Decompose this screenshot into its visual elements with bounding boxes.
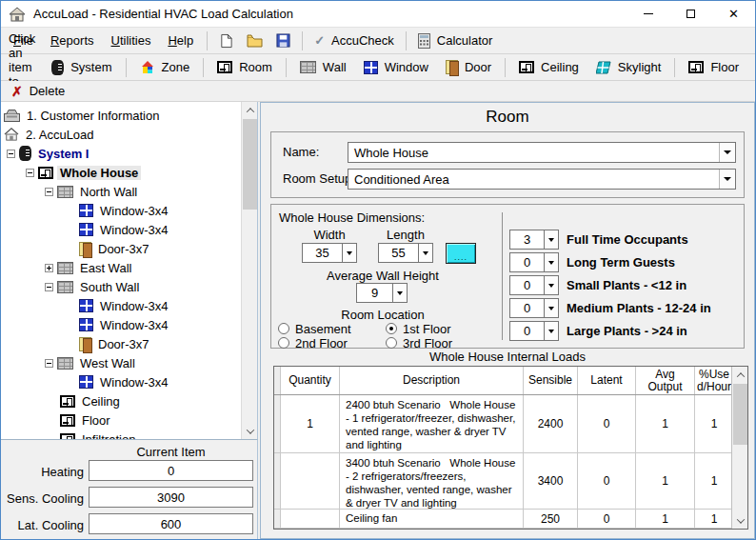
radio-1st-floor[interactable]: 1st Floor xyxy=(386,322,451,335)
maximize-button[interactable] xyxy=(669,1,712,28)
tree-scrollbar[interactable] xyxy=(241,102,257,439)
delete-x-icon: ✗ xyxy=(11,85,23,98)
tree-item-accuload[interactable]: 2. AccuLoad xyxy=(1,125,257,144)
table-row[interactable]: Clothes washing machine - 10 amp motor xyxy=(274,529,747,530)
tree-item-ceiling[interactable]: Ceiling xyxy=(1,391,257,410)
tree-item-label: South Wall xyxy=(77,280,142,294)
wall-height-spinner[interactable]: 9 xyxy=(356,283,408,303)
scroll-up-icon[interactable] xyxy=(732,367,748,383)
expand-expander-icon[interactable] xyxy=(45,264,53,272)
menu-reports[interactable]: Reports xyxy=(42,30,103,51)
collapse-expander-icon[interactable] xyxy=(26,169,34,177)
tree-item-door[interactable]: Door-3x7 xyxy=(1,239,257,258)
width-spinner[interactable]: 35 xyxy=(302,243,357,263)
tree-item-whole-house[interactable]: Whole House xyxy=(1,163,257,182)
dropdown-button[interactable] xyxy=(342,244,356,262)
tree-item-north-wall[interactable]: North Wall xyxy=(1,182,257,201)
dropdown-button[interactable] xyxy=(544,253,558,271)
scroll-up-icon[interactable] xyxy=(242,102,258,118)
calculator-button[interactable]: Calculator xyxy=(411,31,500,50)
dropdown-button[interactable] xyxy=(719,170,735,189)
add-system-button[interactable]: System xyxy=(43,57,120,78)
sensible-cooling-field[interactable]: 3090 xyxy=(89,487,253,508)
tree-item-floor[interactable]: Floor xyxy=(1,410,257,430)
open-file-button[interactable] xyxy=(240,31,269,50)
latent-cooling-field[interactable]: 600 xyxy=(89,513,253,534)
large-plants-spinner[interactable]: 0 xyxy=(509,321,559,341)
table-row[interactable]: 3400 btuh Scenario Whole House - 2 refri… xyxy=(274,453,747,510)
dropdown-button[interactable] xyxy=(544,299,558,317)
minimize-button[interactable] xyxy=(627,1,669,28)
toolbar-separator xyxy=(302,31,303,50)
add-skylight-button[interactable]: Skylight xyxy=(587,57,670,77)
radio-2nd-floor[interactable]: 2nd Floor xyxy=(278,336,348,350)
collapse-expander-icon[interactable] xyxy=(45,283,53,291)
wall-icon xyxy=(57,357,73,370)
medium-plants-spinner[interactable]: 0 xyxy=(509,298,559,318)
scroll-down-icon[interactable] xyxy=(242,423,258,439)
tree-item-east-wall[interactable]: East Wall xyxy=(1,258,257,277)
door-icon xyxy=(79,242,91,256)
tree-item-door[interactable]: Door-3x7 xyxy=(1,334,257,353)
col-description: Description xyxy=(340,367,524,394)
table-scrollbar-thumb[interactable] xyxy=(733,384,747,445)
tree-item-label: Whole House xyxy=(57,166,141,180)
delete-button[interactable]: ✗ Delete xyxy=(10,83,67,99)
tree-item-window[interactable]: Window-3x4 xyxy=(1,296,257,315)
save-file-button[interactable] xyxy=(269,31,297,50)
small-plants-spinner[interactable]: 0 xyxy=(509,275,559,295)
tree-scrollbar-thumb[interactable] xyxy=(243,119,257,210)
long-term-guests-spinner[interactable]: 0 xyxy=(509,252,559,272)
add-zone-button[interactable]: Zone xyxy=(131,57,199,77)
cell-sensible: 250 xyxy=(524,510,578,528)
dropdown-button[interactable] xyxy=(544,230,558,249)
close-button[interactable]: ✕ xyxy=(712,1,755,28)
collapse-expander-icon[interactable] xyxy=(45,359,53,368)
collapse-expander-icon[interactable] xyxy=(45,188,53,196)
dropdown-button[interactable] xyxy=(418,244,432,262)
table-row[interactable]: Ceiling fan 250 0 1 1 xyxy=(274,510,747,529)
add-window-button[interactable]: Window xyxy=(355,57,437,77)
table-row[interactable]: 1 2400 btuh Scenario Whole House - 1 ref… xyxy=(274,395,747,453)
menu-utilities[interactable]: Utilities xyxy=(103,30,160,51)
table-scrollbar[interactable] xyxy=(731,367,747,529)
add-floor-button[interactable]: Floor xyxy=(680,57,747,77)
tree-item-infiltration[interactable]: Infiltration xyxy=(1,430,257,439)
tree-item-window[interactable]: Window-3x4 xyxy=(1,372,257,391)
cell-latent: 0 xyxy=(578,395,636,452)
radio-3rd-floor[interactable]: 3rd Floor xyxy=(386,336,452,350)
col-sensible: Sensible xyxy=(524,367,578,394)
tree-item-window[interactable]: Window-3x4 xyxy=(1,220,257,239)
add-wall-button[interactable]: Wall xyxy=(291,57,355,77)
dropdown-button[interactable] xyxy=(719,143,735,162)
tree-item-customer-information[interactable]: 1. Customer Information xyxy=(1,106,257,125)
occupant-value: 0 xyxy=(510,301,544,315)
add-ceiling-button[interactable]: Ceiling xyxy=(510,57,587,77)
tree-item-west-wall[interactable]: West Wall xyxy=(1,353,257,372)
add-door-button[interactable]: Door xyxy=(437,57,500,77)
tree-item-south-wall[interactable]: South Wall xyxy=(1,277,257,296)
new-file-button[interactable] xyxy=(212,31,240,50)
chevron-down-icon xyxy=(423,251,428,255)
tree-item-window[interactable]: Window-3x4 xyxy=(1,201,257,220)
scroll-down-icon[interactable] xyxy=(732,512,748,529)
accucheck-button[interactable]: ✓ AccuCheck xyxy=(308,31,401,50)
tree-item-window[interactable]: Window-3x4 xyxy=(1,315,257,334)
full-time-occupants-spinner[interactable]: 3 xyxy=(509,230,559,250)
menu-help[interactable]: Help xyxy=(159,30,202,51)
radio-basement[interactable]: Basement xyxy=(278,322,351,335)
room-name-combobox[interactable]: Whole House xyxy=(348,142,736,163)
add-floor-label: Floor xyxy=(710,60,739,74)
toolbar-separator xyxy=(203,58,204,77)
heating-value-field[interactable]: 0 xyxy=(89,460,253,481)
dropdown-button[interactable] xyxy=(544,322,558,340)
dropdown-button[interactable] xyxy=(392,284,407,302)
dropdown-button[interactable] xyxy=(544,276,558,294)
tree-item-system-i[interactable]: System I xyxy=(1,144,257,163)
dimensions-sketch-button[interactable]: .... xyxy=(446,243,476,264)
room-setup-combobox[interactable]: Conditioned Area xyxy=(348,169,736,190)
collapse-expander-icon[interactable] xyxy=(7,150,15,158)
length-spinner[interactable]: 55 xyxy=(378,243,433,263)
add-room-button[interactable]: Room xyxy=(209,57,281,77)
delete-label: Delete xyxy=(30,84,66,98)
